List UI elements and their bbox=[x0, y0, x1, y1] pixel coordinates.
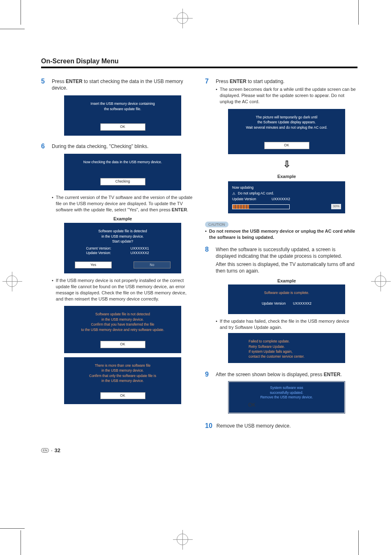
checking-status: Checking bbox=[100, 178, 145, 185]
lang-badge: EN bbox=[41, 448, 49, 453]
step-text: During the data checking, "Checking" bli… bbox=[52, 143, 194, 150]
screen-line: If system Update fails again, bbox=[232, 349, 341, 354]
kv-value: UXXXXXX2 bbox=[293, 301, 311, 306]
screen-line: Software update file is detected bbox=[68, 229, 177, 234]
text-frag: Press bbox=[52, 79, 66, 84]
screen-line: in the USB memory device. bbox=[68, 317, 177, 322]
text-frag: . bbox=[187, 207, 188, 212]
version-row: Current Version: UXXXXXX1 bbox=[68, 246, 177, 251]
step-text: Remove the USB memory device. bbox=[217, 423, 357, 429]
step-text: After the screen shown below is displaye… bbox=[216, 371, 357, 378]
bullet-item: • The current version of the TV software… bbox=[52, 194, 194, 213]
enter-keyword: ENTER bbox=[230, 79, 247, 84]
step-text: Press ENTER to start checking the data i… bbox=[52, 78, 194, 91]
step-10: 10 Remove the USB memory device. bbox=[205, 423, 357, 431]
step-8: 8 When the software is successfully upda… bbox=[205, 246, 357, 365]
screen-line: Now updating bbox=[232, 185, 254, 190]
ok-button[interactable]: OK bbox=[233, 402, 270, 408]
ok-button[interactable]: OK bbox=[100, 123, 145, 130]
text-frag: After the screen shown below is displaye… bbox=[216, 372, 324, 377]
screen-line: to the USB memory device and retry softw… bbox=[68, 328, 177, 332]
step-text: When the software is successfully update… bbox=[216, 246, 357, 259]
screen-line: Now checking the data in the USB memory … bbox=[68, 160, 177, 164]
progress-percent: 30% bbox=[331, 204, 341, 209]
yes-button[interactable]: Yes bbox=[75, 261, 112, 268]
screen-line: Do not unplug AC cord. bbox=[238, 191, 274, 196]
not-detected-screen: Software update file is not detected in … bbox=[64, 306, 181, 353]
screen-line: in the USB memory device. bbox=[68, 379, 177, 383]
ok-button[interactable]: OK bbox=[264, 142, 309, 149]
step-number: 8 bbox=[205, 246, 212, 365]
bullet-item: • The screen becomes dark for a while un… bbox=[216, 86, 357, 105]
screen-line: Confirm that only the software update fi… bbox=[68, 374, 177, 378]
arrow-down-icon: ⇩ bbox=[216, 158, 357, 171]
screen-line: Confirm that you have transferred the fi… bbox=[68, 322, 177, 327]
screen-line: Insert the USB memory device containing bbox=[68, 102, 177, 106]
caution-block: CAUTION • Do not remove the USB memory d… bbox=[205, 217, 357, 240]
progress-bar bbox=[232, 204, 290, 209]
now-updating-screen: Now updating ⚠Do not unplug AC cord. Upd… bbox=[228, 181, 345, 213]
bullet-text: If the update has failed, check the file… bbox=[220, 318, 357, 331]
page-title: On-Screen Display Menu bbox=[41, 58, 357, 65]
screen-line: Remove the USB memory device. bbox=[233, 395, 340, 400]
kv-value: UXXXXXX1 bbox=[131, 246, 159, 251]
enter-keyword: ENTER bbox=[66, 79, 83, 84]
screen-line: Failed to complete update. bbox=[232, 339, 341, 344]
step-number: 7 bbox=[205, 78, 212, 217]
screen-line: successfully updated. bbox=[233, 391, 340, 395]
step-text: Press ENTER to start updating. bbox=[216, 78, 357, 85]
kv-value: UXXXXXX2 bbox=[272, 197, 290, 201]
warning-icon: ⚠ bbox=[232, 191, 235, 196]
step-number: 5 bbox=[41, 78, 48, 140]
insert-usb-screen: Insert the USB memory device containing … bbox=[64, 95, 181, 135]
dash: - bbox=[51, 448, 52, 453]
text-frag: to start updating. bbox=[247, 79, 285, 84]
screen-line: System software was bbox=[233, 386, 340, 390]
kv-label: Update Version bbox=[232, 197, 269, 201]
screen-line: Software update file is not detected bbox=[68, 312, 177, 317]
kv-label: Current Version: bbox=[86, 246, 123, 251]
bullet-dot: • bbox=[52, 278, 53, 302]
screen-line: in the USB memory device. bbox=[68, 234, 177, 239]
title-rule bbox=[41, 67, 357, 68]
kv-label: Update Version bbox=[262, 301, 286, 306]
step-9: 9 After the screen shown below is displa… bbox=[205, 371, 357, 417]
step-text: After this screen is displayed, the TV a… bbox=[216, 261, 357, 274]
bullet-dot: • bbox=[216, 318, 217, 331]
screen-line: Wait several minutes and do not unplug t… bbox=[232, 125, 341, 130]
step-number: 6 bbox=[41, 143, 48, 408]
no-button[interactable]: No bbox=[134, 261, 171, 268]
bullet-dot: • bbox=[205, 228, 207, 240]
caution-pill: CAUTION bbox=[205, 222, 228, 227]
caution-text: Do not remove the USB memory device or u… bbox=[209, 228, 357, 240]
checking-screen: Now checking the data in the USB memory … bbox=[64, 154, 181, 190]
ok-button[interactable]: OK bbox=[100, 341, 145, 348]
bullet-dot: • bbox=[52, 194, 53, 213]
enter-keyword: ENTER bbox=[324, 372, 341, 377]
step-5: 5 Press ENTER to start checking the data… bbox=[41, 78, 194, 140]
step-6: 6 During the data checking, "Checking" b… bbox=[41, 143, 194, 408]
bullet-text: The current version of the TV software a… bbox=[56, 194, 194, 213]
update-complete-screen: Software update is complete. Update Vers… bbox=[228, 284, 345, 314]
screen-line: The picture will temporarily go dark unt… bbox=[232, 115, 341, 120]
ok-button[interactable]: OK bbox=[100, 392, 145, 399]
text-frag: Press bbox=[216, 79, 230, 84]
bullet-item: • If the update has failed, check the fi… bbox=[216, 318, 357, 331]
start-update-screen: Software update file is detected in the … bbox=[64, 223, 181, 273]
screen-line: Software update is complete. bbox=[232, 291, 341, 295]
screen-line: There is more than one software file bbox=[68, 363, 177, 368]
version-row: Update Version: UXXXXXX2 bbox=[68, 251, 177, 255]
multiple-files-screen: There is more than one software file in … bbox=[64, 357, 181, 404]
step-number: 10 bbox=[205, 423, 212, 431]
screen-line: Retry Software Update. bbox=[232, 345, 341, 349]
right-column: 7 Press ENTER to start updating. • The s… bbox=[205, 75, 357, 431]
left-column: 5 Press ENTER to start checking the data… bbox=[41, 75, 194, 431]
example-label: Example bbox=[216, 173, 357, 180]
page-footer: EN - 32 bbox=[41, 447, 357, 453]
page-number: 32 bbox=[54, 447, 60, 453]
bullet-item: • If the USB memory device is not proper… bbox=[52, 278, 194, 302]
screen-line: contact the customer service center. bbox=[232, 354, 341, 359]
success-screen: System software was successfully updated… bbox=[229, 382, 344, 412]
bullet-text: The screen becomes dark for a while unti… bbox=[220, 86, 357, 105]
success-frame: System software was successfully updated… bbox=[228, 381, 345, 414]
